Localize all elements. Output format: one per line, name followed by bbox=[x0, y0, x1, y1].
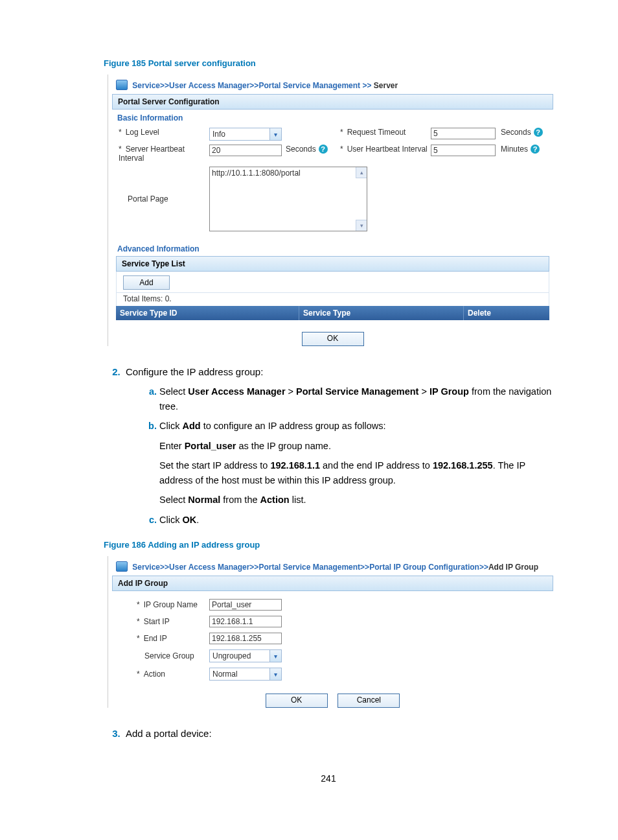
start-ip-label: Start IP bbox=[144, 617, 170, 626]
chevron-down-icon: ▾ bbox=[269, 650, 281, 662]
crumb-add: Add IP Group bbox=[488, 563, 538, 572]
breadcrumb-icon bbox=[116, 80, 128, 90]
ip-group-name-value: Portal_user bbox=[212, 600, 251, 609]
breadcrumb-2: Service>>User Access Manager>>Portal Ser… bbox=[112, 556, 553, 576]
portal-server-config-panel: Service>>User Access Manager>>Portal Ser… bbox=[108, 75, 553, 346]
basic-info-heading: Basic Information bbox=[112, 110, 553, 125]
advanced-info-heading: Advanced Information bbox=[112, 240, 553, 256]
minutes-label: Minutes bbox=[501, 145, 528, 154]
seconds-label-2: Seconds bbox=[286, 145, 316, 154]
crumb-psm[interactable]: Portal Service Management bbox=[258, 81, 360, 90]
end-ip-input[interactable]: 192.168.1.255 bbox=[209, 633, 282, 644]
ok-button[interactable]: OK bbox=[302, 332, 364, 346]
start-ip-value: 192.168.1.1 bbox=[212, 617, 253, 626]
end-ip-value: 192.168.1.255 bbox=[212, 634, 262, 643]
end-ip-label: End IP bbox=[144, 634, 167, 643]
user-heartbeat-label: User Heartbeat Interval bbox=[347, 145, 428, 154]
log-level-label: Log Level bbox=[126, 128, 159, 137]
scroll-up-icon[interactable]: ▴ bbox=[356, 167, 367, 178]
request-timeout-value: 5 bbox=[433, 129, 438, 138]
scroll-down-icon[interactable]: ▾ bbox=[356, 220, 367, 231]
col-service-type: Service Type bbox=[299, 306, 464, 320]
add-ip-group-panel: Service>>User Access Manager>>Portal Ser… bbox=[108, 556, 553, 708]
seconds-label: Seconds bbox=[501, 128, 531, 137]
crumb-uam[interactable]: User Access Manager bbox=[169, 563, 249, 572]
crumb-server: Server bbox=[374, 81, 398, 90]
crumb-pigc[interactable]: Portal IP Group Configuration bbox=[369, 563, 479, 572]
ip-group-name-label: IP Group Name bbox=[144, 600, 198, 609]
ip-group-name-input[interactable]: Portal_user bbox=[209, 599, 282, 611]
instruction-list-3: Add a portal device: bbox=[104, 726, 553, 741]
total-items-label: Total Items: 0. bbox=[117, 292, 549, 306]
step-2: Configure the IP address group: Select U… bbox=[126, 364, 553, 527]
request-timeout-input[interactable]: 5 bbox=[431, 128, 496, 139]
step-2c: Click OK. bbox=[159, 513, 553, 527]
crumb-service[interactable]: Service bbox=[132, 81, 160, 90]
step-2-title: Configure the IP address group: bbox=[126, 366, 263, 377]
figure-186-caption: Figure 186 Adding an IP address group bbox=[104, 540, 553, 550]
action-label: Action bbox=[144, 670, 165, 679]
step-2-p2: Set the start IP address to 192.168.1.1 … bbox=[159, 458, 553, 487]
chevron-down-icon: ▾ bbox=[269, 128, 281, 140]
server-heartbeat-label: Server Heartbeat Interval bbox=[119, 145, 185, 163]
chevron-down-icon: ▾ bbox=[269, 668, 281, 680]
page-number: 241 bbox=[104, 773, 553, 784]
log-level-value: Info bbox=[212, 130, 225, 139]
col-service-type-id: Service Type ID bbox=[116, 306, 299, 320]
action-value: Normal bbox=[212, 670, 238, 679]
user-heartbeat-value: 5 bbox=[433, 146, 438, 155]
step-2b: Click Add to configure an IP address gro… bbox=[159, 419, 553, 433]
log-level-select[interactable]: Info ▾ bbox=[209, 128, 282, 141]
service-group-select[interactable]: Ungrouped ▾ bbox=[209, 649, 282, 662]
section-title-2: Add IP Group bbox=[112, 576, 553, 591]
server-heartbeat-value: 20 bbox=[212, 146, 220, 155]
crumb-psm[interactable]: Portal Service Management bbox=[258, 563, 360, 572]
server-heartbeat-input[interactable]: 20 bbox=[209, 145, 282, 156]
col-delete: Delete bbox=[464, 306, 549, 320]
portal-page-label: Portal Page bbox=[128, 194, 168, 204]
service-group-value: Ungrouped bbox=[212, 651, 251, 660]
service-type-list-title: Service Type List bbox=[116, 256, 549, 272]
figure-185-caption: Figure 185 Portal server configuration bbox=[104, 58, 553, 68]
instruction-list: Configure the IP address group: Select U… bbox=[104, 364, 553, 527]
step-2-p3: Select Normal from the Action list. bbox=[159, 493, 553, 507]
start-ip-input[interactable]: 192.168.1.1 bbox=[209, 616, 282, 627]
help-icon[interactable]: ? bbox=[319, 145, 328, 154]
step-2a: Select User Access Manager > Portal Serv… bbox=[159, 384, 553, 414]
add-button[interactable]: Add bbox=[123, 275, 170, 290]
portal-page-value: http://10.1.1.1:8080/portal bbox=[212, 169, 301, 178]
portal-page-textarea[interactable]: http://10.1.1.1:8080/portal ▴ ▾ bbox=[209, 167, 367, 231]
section-title: Portal Server Configuration bbox=[112, 94, 553, 110]
help-icon[interactable]: ? bbox=[534, 128, 543, 137]
service-group-label: Service Group bbox=[144, 651, 194, 660]
breadcrumb: Service>>User Access Manager>>Portal Ser… bbox=[112, 75, 553, 94]
step-3-text: Add a portal device: bbox=[126, 728, 212, 739]
breadcrumb-icon bbox=[116, 561, 128, 572]
crumb-uam[interactable]: User Access Manager bbox=[169, 81, 249, 90]
request-timeout-label: Request Timeout bbox=[347, 128, 406, 137]
step-2-p1: Enter Portal_user as the IP group name. bbox=[159, 439, 553, 453]
cancel-button[interactable]: Cancel bbox=[338, 694, 400, 708]
step-3: Add a portal device: bbox=[126, 726, 553, 741]
ok-button[interactable]: OK bbox=[266, 694, 328, 708]
crumb-service[interactable]: Service bbox=[132, 563, 160, 572]
action-select[interactable]: Normal ▾ bbox=[209, 668, 282, 681]
user-heartbeat-input[interactable]: 5 bbox=[431, 145, 496, 156]
table-header: Service Type ID Service Type Delete bbox=[116, 306, 549, 320]
help-icon[interactable]: ? bbox=[531, 145, 540, 154]
